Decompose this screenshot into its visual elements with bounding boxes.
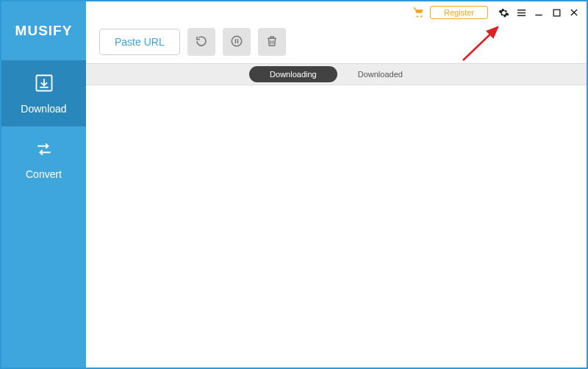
gear-icon[interactable] — [497, 6, 510, 19]
sidebar: MUSIFY Download Con — [1, 1, 86, 368]
minimize-icon[interactable] — [532, 6, 545, 19]
download-icon — [34, 73, 54, 96]
trash-icon — [265, 35, 279, 50]
register-button[interactable]: Register — [430, 6, 488, 19]
main-area: Register — [86, 1, 587, 368]
app-window: MUSIFY Download Con — [0, 0, 588, 369]
pause-icon — [230, 35, 243, 50]
toolbar: Paste URL — [86, 21, 587, 63]
cart-icon[interactable] — [412, 7, 426, 18]
pause-button[interactable] — [223, 28, 251, 56]
retry-button[interactable] — [187, 28, 215, 56]
content-area — [86, 85, 587, 368]
sidebar-item-label: Download — [21, 103, 66, 115]
sidebar-item-label: Convert — [26, 168, 62, 180]
tab-downloading[interactable]: Downloading — [249, 66, 337, 82]
svg-point-4 — [232, 36, 242, 46]
tabs-bar: Downloading Downloaded — [86, 63, 587, 85]
sidebar-item-download[interactable]: Download — [1, 60, 86, 126]
sidebar-item-convert[interactable]: Convert — [1, 126, 86, 193]
svg-point-1 — [417, 15, 418, 17]
menu-icon[interactable] — [514, 6, 528, 19]
maximize-icon[interactable] — [550, 6, 563, 19]
paste-url-button[interactable]: Paste URL — [99, 29, 180, 55]
convert-icon — [35, 140, 54, 161]
retry-icon — [195, 35, 208, 50]
svg-rect-3 — [553, 10, 560, 16]
tab-downloaded[interactable]: Downloaded — [337, 66, 423, 82]
titlebar: Register — [86, 1, 587, 21]
close-icon[interactable] — [567, 6, 581, 19]
delete-button[interactable] — [258, 28, 286, 56]
svg-point-2 — [420, 15, 422, 17]
app-logo: MUSIFY — [1, 1, 86, 60]
